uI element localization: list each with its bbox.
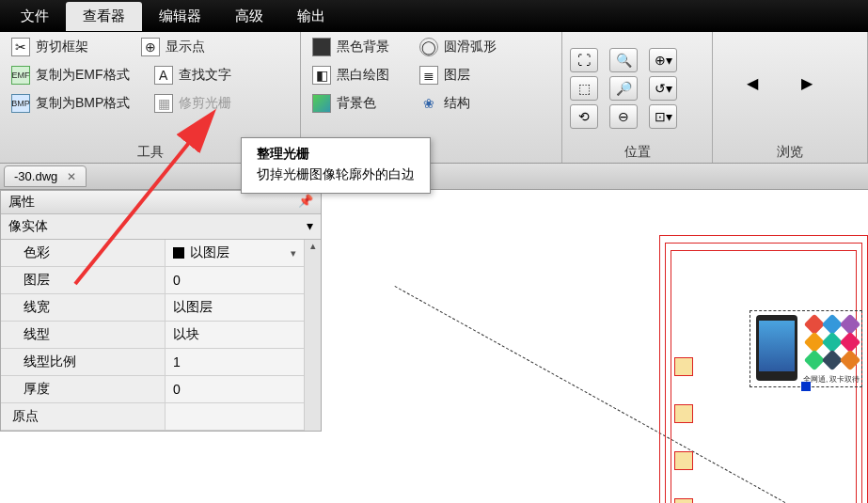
browse-prev-button[interactable]: ◀ <box>747 74 779 102</box>
layers-button[interactable]: ≣ 图层 <box>416 64 474 86</box>
pan-button[interactable]: ⬚ <box>570 76 598 101</box>
chevron-down-icon: ▾ <box>307 218 313 235</box>
entity-type-label: 像实体 <box>8 218 48 235</box>
prop-origin-value[interactable] <box>166 403 304 431</box>
selection-handle[interactable] <box>801 382 811 391</box>
entity-type-dropdown[interactable]: 像实体 ▾ <box>1 214 321 240</box>
smooth-arc-label: 圆滑弧形 <box>444 39 497 55</box>
prop-thickness-value[interactable]: 0 <box>166 376 304 403</box>
menu-bar: 文件 查看器 编辑器 高级 输出 <box>0 0 868 32</box>
ribbon-group-position: ⛶ 🔍 ⊕▾ ⬚ 🔎 ↺▾ ⟲ ⊖ ⊡▾ 位置 <box>562 32 713 163</box>
browse-next-button[interactable]: ▶ <box>801 74 833 102</box>
smooth-arc-button[interactable]: ◯ 圆滑弧形 <box>416 36 500 58</box>
prop-layer-label: 图层 <box>1 267 166 294</box>
prop-color-value[interactable]: 以图层 ▾ <box>166 240 304 267</box>
menu-tab-output[interactable]: 输出 <box>280 2 342 31</box>
structure-icon: ❀ <box>419 94 438 113</box>
copy-bmp-label: 复制为BMP格式 <box>36 95 130 112</box>
copy-bmp-button[interactable]: BMP 复制为BMP格式 <box>8 92 134 115</box>
zoom-window-button[interactable]: ⛶ <box>570 48 598 72</box>
prop-thickness-label: 厚度 <box>1 376 166 403</box>
document-tab-label: -30.dwg <box>14 169 57 183</box>
black-bg-label: 黑色背景 <box>337 39 389 55</box>
prop-origin-label: 原点 <box>1 403 166 431</box>
zoom-previous-button[interactable]: ↺▾ <box>649 76 677 101</box>
prop-lineweight-value[interactable]: 以图层 <box>166 294 304 322</box>
trim-raster-icon: ▦ <box>154 94 173 113</box>
bg-color-icon <box>312 94 331 113</box>
menu-tab-viewer[interactable]: 查看器 <box>66 2 142 31</box>
prop-ltscale-value[interactable]: 1 <box>166 349 304 376</box>
zoom-out-button[interactable]: ⊖ <box>609 104 638 129</box>
show-points-button[interactable]: ⊕ 显示点 <box>137 36 209 58</box>
bg-color-label: 背景色 <box>337 95 376 112</box>
zoom-realtime-button[interactable]: 🔎 <box>609 76 638 101</box>
show-points-label: 显示点 <box>166 39 205 55</box>
arc-icon: ◯ <box>419 38 438 56</box>
properties-title: 属性 <box>8 194 35 211</box>
bw-draw-label: 黑白绘图 <box>337 67 389 84</box>
tooltip-desc: 切掉光栅图像轮廓外的白边 <box>257 166 415 183</box>
scrollbar[interactable]: ▴ <box>304 240 321 431</box>
menu-tab-file[interactable]: 文件 <box>4 2 66 31</box>
trim-raster-button[interactable]: ▦ 修剪光栅 <box>150 92 235 115</box>
target-icon: ⊕ <box>141 38 160 56</box>
black-bg-icon <box>312 38 331 56</box>
bw-draw-button[interactable]: ◧ 黑白绘图 <box>308 64 393 86</box>
bw-icon: ◧ <box>312 66 331 85</box>
view-rotate-button[interactable]: ⟲ <box>570 104 598 129</box>
find-text-button[interactable]: A 查找文字 <box>150 64 235 86</box>
chevron-down-icon: ▾ <box>291 247 296 259</box>
emf-icon: EMF <box>11 66 30 85</box>
ribbon-group-browse: ◀ ▶ 浏览 <box>713 32 868 163</box>
menu-tab-editor[interactable]: 编辑器 <box>142 2 218 31</box>
find-text-icon: A <box>154 66 173 85</box>
black-bg-button[interactable]: 黑色背景 <box>308 36 393 58</box>
scissors-icon: ✂ <box>11 38 30 56</box>
ribbon-group-position-label: 位置 <box>570 140 704 161</box>
pin-icon[interactable]: 📌 <box>298 194 313 211</box>
document-tab-bar: -30.dwg ✕ <box>0 164 868 190</box>
bg-color-button[interactable]: 背景色 <box>308 92 380 115</box>
zoom-extents-button[interactable]: 🔍 <box>609 48 638 72</box>
menu-tab-advanced[interactable]: 高级 <box>218 2 280 31</box>
prop-linetype-value[interactable]: 以块 <box>166 322 304 349</box>
copy-emf-button[interactable]: EMF 复制为EMF格式 <box>8 64 134 86</box>
properties-panel: 属性 📌 像实体 ▾ 色彩 以图层 ▾ ▴ 图层 0 线宽 以图层 线型 以块 … <box>0 190 322 432</box>
selection-rect[interactable]: 全网通, 双卡双待 <box>750 310 862 387</box>
tooltip-title: 整理光栅 <box>257 146 415 163</box>
structure-label: 结构 <box>444 95 470 112</box>
tooltip: 整理光栅 切掉光栅图像轮廓外的白边 <box>241 137 431 194</box>
prop-color-label: 色彩 <box>1 240 166 267</box>
color-swatch-icon <box>173 247 184 259</box>
prop-linetype-label: 线型 <box>1 322 166 349</box>
image-caption: 全网通, 双卡双待 <box>803 374 860 385</box>
properties-title-bar: 属性 📌 <box>1 191 321 214</box>
phone-image <box>756 315 797 381</box>
prop-lineweight-label: 线宽 <box>1 294 166 322</box>
clip-frame-label: 剪切框架 <box>36 39 88 55</box>
ribbon: ✂ 剪切框架 ⊕ 显示点 EMF 复制为EMF格式 A 查找文字 <box>0 32 868 164</box>
clip-frame-button[interactable]: ✂ 剪切框架 <box>8 36 92 58</box>
bmp-icon: BMP <box>11 94 30 113</box>
structure-button[interactable]: ❀ 结构 <box>416 92 474 115</box>
prop-ltscale-label: 线型比例 <box>1 349 166 376</box>
document-tab[interactable]: -30.dwg ✕ <box>4 165 87 187</box>
app-icons <box>807 317 858 368</box>
layers-icon: ≣ <box>419 66 438 85</box>
layers-label: 图层 <box>444 67 470 84</box>
view-more-button[interactable]: ⊡▾ <box>649 104 677 129</box>
trim-raster-label: 修剪光栅 <box>179 95 231 112</box>
copy-emf-label: 复制为EMF格式 <box>36 67 130 84</box>
properties-grid: 色彩 以图层 ▾ ▴ 图层 0 线宽 以图层 线型 以块 线型比例 1 厚度 0… <box>1 240 321 431</box>
ribbon-group-browse-label: 浏览 <box>720 140 860 161</box>
find-text-label: 查找文字 <box>179 67 231 84</box>
close-icon[interactable]: ✕ <box>67 170 76 183</box>
zoom-in-button[interactable]: ⊕▾ <box>649 48 677 72</box>
prop-layer-value[interactable]: 0 <box>166 267 304 294</box>
